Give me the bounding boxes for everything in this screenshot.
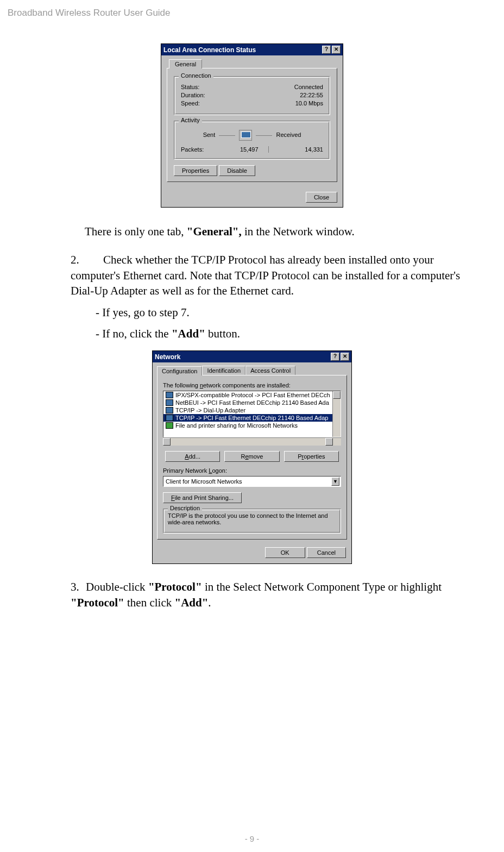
remove-button[interactable]: Remove (224, 451, 279, 462)
horizontal-scrollbar[interactable] (163, 437, 341, 446)
list-item-text: NetBEUI -> PCI Fast Ethernet DECchip 211… (175, 399, 329, 406)
bullet-yes: - If yes, go to step 7. (96, 306, 504, 320)
group-title-description: Description (168, 505, 202, 511)
configuration-panel: The following network components are ins… (157, 375, 347, 540)
step-number: 2. (71, 252, 86, 267)
speed-label: Speed: (181, 100, 200, 106)
list-item-text: TCP/IP -> PCI Fast Ethernet DECchip 2114… (175, 415, 328, 421)
title-bar: Local Area Connection Status ? ✕ (161, 44, 343, 55)
scroll-right-button[interactable] (325, 438, 333, 446)
close-button[interactable]: ✕ (341, 353, 349, 361)
text: in the Select Network Component Type or … (202, 580, 442, 593)
components-label: The following network components are ins… (163, 382, 341, 389)
components-listbox[interactable]: IPX/SPX-compatible Protocol -> PCI Fast … (163, 391, 341, 437)
list-item-selected[interactable]: TCP/IP -> PCI Fast Ethernet DECchip 2114… (163, 414, 341, 422)
dropdown-arrow-icon[interactable]: ▼ (331, 477, 339, 486)
list-item-text: TCP/IP -> Dial-Up Adapter (175, 407, 245, 414)
packets-sent-value: 15,497 (240, 146, 269, 153)
help-button[interactable]: ? (322, 46, 331, 54)
bullet-no: - If no, click the "Add" button. (96, 327, 504, 341)
text-bold: "General", (187, 225, 242, 238)
primary-logon-label: Primary Network Logon: (163, 467, 341, 474)
step-number: 3. (71, 579, 86, 594)
tab-configuration[interactable]: Configuration (157, 366, 202, 375)
text: . (208, 596, 211, 609)
primary-logon-combo[interactable]: Client for Microsoft Networks ▼ (163, 476, 341, 487)
text: Double-click (86, 580, 148, 593)
tab-general[interactable]: General (169, 59, 202, 68)
close-dialog-button[interactable]: Close (306, 192, 337, 203)
title-bar: Network ? ✕ (153, 351, 351, 362)
list-item[interactable]: TCP/IP -> Dial-Up Adapter (163, 406, 341, 414)
protocol-icon (166, 399, 173, 406)
text: - If no, click the (96, 327, 172, 340)
text: in the Network window. (242, 225, 355, 238)
received-label: Received (276, 131, 301, 138)
protocol-icon (166, 407, 173, 414)
speed-value: 10.0 Mbps (295, 100, 323, 106)
dialog-title: Network (155, 353, 330, 361)
page-content: Local Area Connection Status ? ✕ General… (0, 43, 504, 610)
group-title-connection: Connection (179, 72, 213, 79)
description-group: Description TCP/IP is the protocol you u… (163, 509, 341, 534)
step-2: 2.Check whether the TCP/IP Protocol has … (71, 252, 469, 298)
vertical-scrollbar[interactable] (332, 391, 341, 437)
list-item-text: IPX/SPX-compatible Protocol -> PCI Fast … (175, 392, 330, 398)
help-button[interactable]: ? (331, 353, 339, 361)
add-button[interactable]: Add... (165, 451, 220, 462)
text-bold: "Protocol" (148, 580, 202, 593)
group-title-activity: Activity (179, 117, 202, 123)
step-text: Check whether the TCP/IP Protocol has al… (71, 253, 460, 297)
text-bold: "Add" (172, 327, 205, 340)
packets-label: Packets: (181, 146, 204, 153)
text: button. (205, 327, 240, 340)
status-value: Connected (294, 84, 323, 90)
status-label: Status: (181, 84, 199, 90)
list-item[interactable]: File and printer sharing for Microsoft N… (163, 422, 341, 429)
tab-panel: Connection Status:Connected Duration:22:… (167, 68, 337, 182)
network-dialog: Network ? ✕ ConfigurationIdentificationA… (152, 350, 352, 564)
file-print-sharing-button[interactable]: File and Print Sharing... (163, 492, 242, 503)
activity-group: Activity Sent Received Packets (174, 121, 330, 160)
tab-identification[interactable]: Identification (202, 366, 245, 375)
local-area-connection-dialog: Local Area Connection Status ? ✕ General… (161, 43, 343, 208)
text-bold: "Add" (174, 596, 208, 609)
scroll-up-button[interactable] (333, 391, 341, 399)
properties-button[interactable]: Properties (174, 165, 217, 176)
step-3: 3.Double-click "Protocol" in the Select … (71, 579, 469, 610)
list-item[interactable]: NetBEUI -> PCI Fast Ethernet DECchip 211… (163, 399, 341, 406)
disable-button[interactable]: Disable (219, 165, 255, 176)
text-bold: "Protocol" (71, 596, 124, 609)
text: then click (124, 596, 175, 609)
page-footer: - 9 - (0, 834, 504, 843)
list-item[interactable]: IPX/SPX-compatible Protocol -> PCI Fast … (163, 391, 341, 399)
dialog-title: Local Area Connection Status (163, 46, 321, 54)
properties-button[interactable]: Properties (284, 451, 339, 462)
close-button[interactable]: ✕ (332, 46, 341, 54)
sent-label: Sent (203, 131, 216, 138)
ok-button[interactable]: OK (265, 547, 305, 558)
duration-value: 22:22:55 (300, 92, 323, 98)
text: There is only one tab, (85, 225, 187, 238)
connection-group: Connection Status:Connected Duration:22:… (174, 76, 330, 115)
service-icon (166, 422, 173, 429)
duration-label: Duration: (181, 92, 205, 98)
cancel-button[interactable]: Cancel (307, 547, 346, 558)
page-header: Broadband Wireless Router User Guide (8, 8, 171, 18)
list-item-text: File and printer sharing for Microsoft N… (175, 422, 298, 429)
protocol-icon (166, 415, 173, 421)
scroll-left-button[interactable] (163, 438, 171, 446)
paragraph-general-tab: There is only one tab, "General", in the… (85, 224, 423, 239)
description-text: TCP/IP is the protocol you use to connec… (168, 512, 336, 525)
protocol-icon (166, 392, 173, 398)
packets-received-value: 14,331 (305, 146, 323, 153)
network-icon (239, 130, 252, 141)
tab-access-control[interactable]: Access Control (245, 366, 295, 375)
combo-value: Client for Microsoft Networks (166, 478, 242, 485)
